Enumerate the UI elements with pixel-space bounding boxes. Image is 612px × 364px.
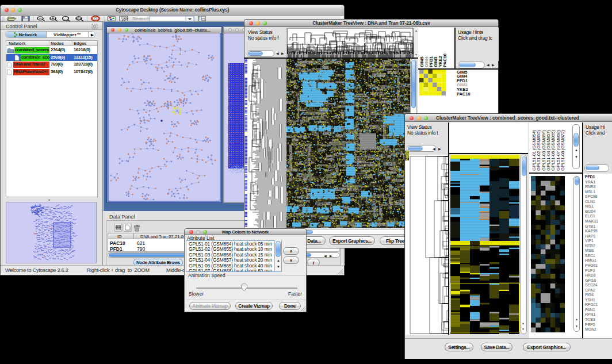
svg-text:Search:: Search: [132,17,151,21]
